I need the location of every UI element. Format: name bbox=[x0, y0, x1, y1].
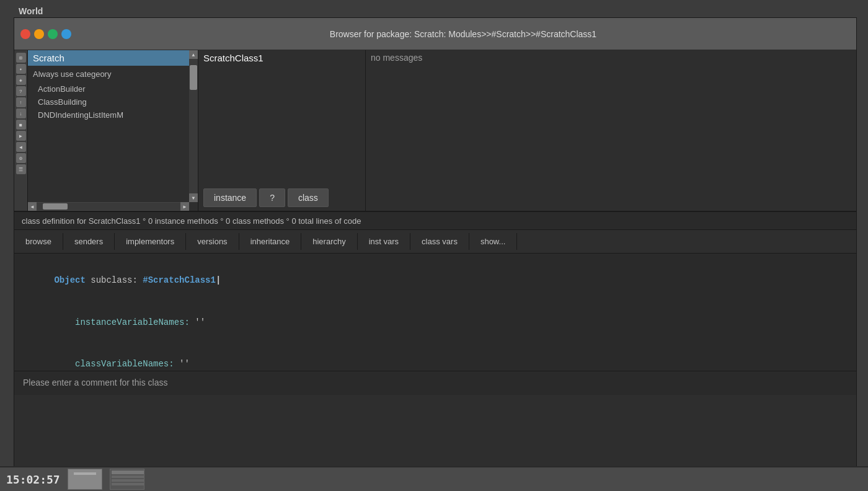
inheritance-button[interactable]: inheritance bbox=[239, 233, 302, 250]
sidebar-icon-7[interactable]: ◼ bbox=[16, 120, 26, 130]
browse-button[interactable]: browse bbox=[14, 233, 63, 250]
show-button[interactable]: show... bbox=[469, 233, 517, 250]
code-subclass-keyword: subclass: bbox=[86, 275, 143, 285]
maximize-button[interactable] bbox=[48, 29, 58, 39]
scrollbar-vertical[interactable]: ▲ ▼ bbox=[189, 50, 198, 202]
packages-content: ActionBuilder ClassBuilding DNDIndenting… bbox=[28, 82, 189, 211]
implementors-button[interactable]: implementors bbox=[115, 233, 186, 250]
sidebar-icon-5[interactable]: ↑ bbox=[16, 97, 26, 107]
scroll-down-btn[interactable]: ▼ bbox=[189, 193, 198, 202]
window-title: Browser for package: Scratch: Modules>>#… bbox=[76, 29, 850, 39]
scroll-track-h[interactable] bbox=[37, 203, 180, 210]
sidebar-icon-10[interactable]: ⚙ bbox=[16, 153, 26, 163]
scroll-thumb-h[interactable] bbox=[43, 203, 68, 210]
code-class-var-val: '' bbox=[179, 359, 190, 369]
svg-rect-7 bbox=[112, 483, 144, 485]
code-object-keyword: Object bbox=[54, 275, 85, 285]
minimize-button[interactable] bbox=[34, 29, 44, 39]
sidebar-icon-6[interactable]: ↓ bbox=[16, 108, 26, 118]
thumbnail-icon-1 bbox=[73, 471, 97, 487]
comment-placeholder: Please enter a comment for this class bbox=[23, 378, 167, 387]
category-item-actionbuilder[interactable]: ActionBuilder bbox=[28, 82, 189, 95]
scroll-thumb-v[interactable] bbox=[190, 65, 197, 90]
panel-packages: Scratch Always use categeory ActionBuild… bbox=[28, 50, 198, 211]
class-button[interactable]: class bbox=[288, 188, 329, 207]
code-line-1: Object subclass: #ScratchClass1| bbox=[23, 260, 848, 301]
rollup-button[interactable] bbox=[61, 29, 71, 39]
browser-window: Browser for package: Scratch: Modules>>#… bbox=[14, 17, 857, 470]
scroll-up-btn[interactable]: ▲ bbox=[189, 50, 198, 59]
category-item-classbuilding[interactable]: ClassBuilding bbox=[28, 95, 189, 108]
no-messages-label: no messages bbox=[366, 50, 856, 65]
sidebar-icon-3[interactable]: ◈ bbox=[16, 75, 26, 85]
versions-button[interactable]: versions bbox=[186, 233, 239, 250]
status-bar: class definition for ScratchClass1 ° 0 i… bbox=[14, 211, 856, 230]
panels-row: ⊞ ✦ ◈ ? ↑ ↓ ◼ ▶ ◀ ⚙ ☰ Scratch Always use… bbox=[14, 50, 856, 211]
svg-rect-5 bbox=[112, 476, 144, 478]
scroll-right-btn[interactable]: ▶ bbox=[180, 202, 189, 211]
code-editor[interactable]: Object subclass: #ScratchClass1| instanc… bbox=[14, 254, 856, 371]
taskbar-thumbnail-1[interactable] bbox=[68, 469, 102, 490]
taskbar: 15:02:57 bbox=[0, 466, 868, 491]
svg-rect-1 bbox=[74, 476, 96, 477]
sidebar-icon-1[interactable]: ⊞ bbox=[16, 53, 26, 63]
sidebar-icons: ⊞ ✦ ◈ ? ↑ ↓ ◼ ▶ ◀ ⚙ ☰ bbox=[14, 50, 28, 211]
sidebar-icon-8[interactable]: ▶ bbox=[16, 131, 26, 141]
title-bar: Browser for package: Scratch: Modules>>#… bbox=[14, 18, 856, 50]
window-controls bbox=[20, 29, 71, 39]
comment-area[interactable]: Please enter a comment for this class bbox=[14, 371, 856, 395]
code-inst-var-val: '' bbox=[195, 317, 205, 327]
scrollbar-horizontal[interactable]: ◀ ▶ bbox=[28, 202, 189, 211]
status-text: class definition for ScratchClass1 ° 0 i… bbox=[22, 216, 361, 226]
selected-class[interactable]: ScratchClass1 bbox=[198, 50, 365, 66]
code-line-2: instanceVariableNames: '' bbox=[23, 301, 848, 343]
senders-button[interactable]: senders bbox=[63, 233, 115, 250]
code-inst-var-label: instanceVariableNames: bbox=[54, 317, 195, 327]
toolbar: browse senders implementors versions inh… bbox=[14, 230, 856, 254]
taskbar-time: 15:02:57 bbox=[6, 473, 60, 486]
scroll-track-v[interactable] bbox=[189, 59, 198, 193]
svg-rect-2 bbox=[74, 479, 96, 480]
svg-rect-4 bbox=[112, 471, 144, 474]
panel-classes: ScratchClass1 instance ? class bbox=[198, 50, 366, 211]
code-class-var-label: classVariableNames: bbox=[54, 359, 179, 369]
question-button[interactable]: ? bbox=[259, 188, 285, 207]
class-vars-button[interactable]: class vars bbox=[410, 233, 469, 250]
taskbar-thumbnail-2[interactable] bbox=[110, 469, 144, 490]
selected-package[interactable]: Scratch bbox=[28, 50, 198, 66]
close-button[interactable] bbox=[20, 29, 30, 39]
scroll-left-btn[interactable]: ◀ bbox=[28, 202, 37, 211]
category-header: Always use categeory bbox=[28, 66, 198, 82]
sidebar-icon-9[interactable]: ◀ bbox=[16, 142, 26, 152]
sidebar-icon-4[interactable]: ? bbox=[16, 86, 26, 96]
panel-messages: no messages bbox=[366, 50, 856, 211]
inst-vars-button[interactable]: inst vars bbox=[358, 233, 410, 250]
sidebar-icon-11[interactable]: ☰ bbox=[16, 164, 26, 174]
thumbnail-icon-2 bbox=[110, 469, 145, 490]
cursor: | bbox=[216, 275, 221, 285]
svg-rect-0 bbox=[74, 472, 96, 475]
svg-rect-3 bbox=[74, 481, 96, 482]
world-label: World bbox=[19, 6, 43, 16]
svg-rect-6 bbox=[112, 479, 144, 482]
instance-button[interactable]: instance bbox=[203, 188, 257, 207]
instance-class-buttons: instance ? class bbox=[198, 185, 365, 211]
code-classname: #ScratchClass1 bbox=[143, 275, 216, 285]
category-item-dnd[interactable]: DNDIndentingListItemM bbox=[28, 108, 189, 122]
sidebar-icon-2[interactable]: ✦ bbox=[16, 64, 26, 74]
code-line-3: classVariableNames: '' bbox=[23, 343, 848, 371]
hierarchy-button[interactable]: hierarchy bbox=[301, 233, 357, 250]
